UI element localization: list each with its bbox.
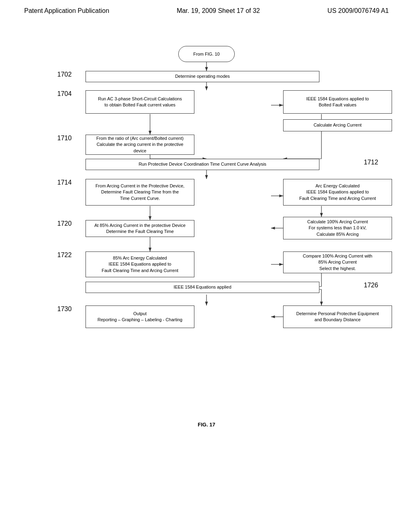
node-label-1702: 1702 xyxy=(57,71,72,78)
node-1706: IEEE 1584 Equations applied to Bolted Fa… xyxy=(283,90,392,114)
node-label-1714: 1714 xyxy=(57,179,72,186)
terminal-from-fig10: From FIG. 10 xyxy=(178,46,235,62)
header-center: Mar. 19, 2009 Sheet 17 of 32 xyxy=(177,7,260,15)
node-1728: Determine Personal Protective Equipment … xyxy=(283,305,392,328)
flowchart: From FIG. 10 1702 Determine operating mo… xyxy=(33,31,380,409)
node-1708: Calculate Arcing Current xyxy=(283,119,392,131)
header-left: Patent Application Publication xyxy=(24,7,109,15)
node-1722: 85% Arc Energy Calculated IEEE 1584 Equa… xyxy=(86,251,194,277)
node-1718: Calculate 100% Arcing Current For system… xyxy=(283,217,392,239)
node-1714: From Arcing Current in the Protective De… xyxy=(86,179,194,206)
node-label-1730: 1730 xyxy=(57,305,72,313)
node-1724: Compare 100% Arcing Current with 85% Arc… xyxy=(283,251,392,273)
page-header: Patent Application Publication Mar. 19, … xyxy=(0,0,413,19)
figure-caption: FIG. 17 xyxy=(24,422,389,428)
node-1702: Determine operating modes xyxy=(86,71,319,82)
diagram-area: From FIG. 10 1702 Determine operating mo… xyxy=(0,23,413,436)
node-1716: Arc Energy Calculated IEEE 1584 Equation… xyxy=(283,179,392,206)
node-1704: Run AC 3-phase Short-Circuit Calculation… xyxy=(86,90,194,114)
node-1712: Run Protective Device Coordination Time … xyxy=(86,159,319,170)
node-1726: IEEE 1584 Equations applied xyxy=(86,282,319,293)
node-1710: From the ratio of (Arc current/Bolted cu… xyxy=(86,135,194,155)
node-label-1712: 1712 xyxy=(364,159,378,166)
node-label-1720: 1720 xyxy=(57,220,72,227)
node-label-1722: 1722 xyxy=(57,251,72,259)
node-1730: Output Reporting – Graphing – Labeling -… xyxy=(86,305,194,328)
node-label-1704: 1704 xyxy=(57,90,72,98)
node-label-1726: 1726 xyxy=(364,282,378,289)
node-1720: At 85% Arcing Current in the protective … xyxy=(86,220,194,237)
header-right: US 2009/0076749 A1 xyxy=(327,7,389,15)
node-label-1710: 1710 xyxy=(57,135,72,142)
